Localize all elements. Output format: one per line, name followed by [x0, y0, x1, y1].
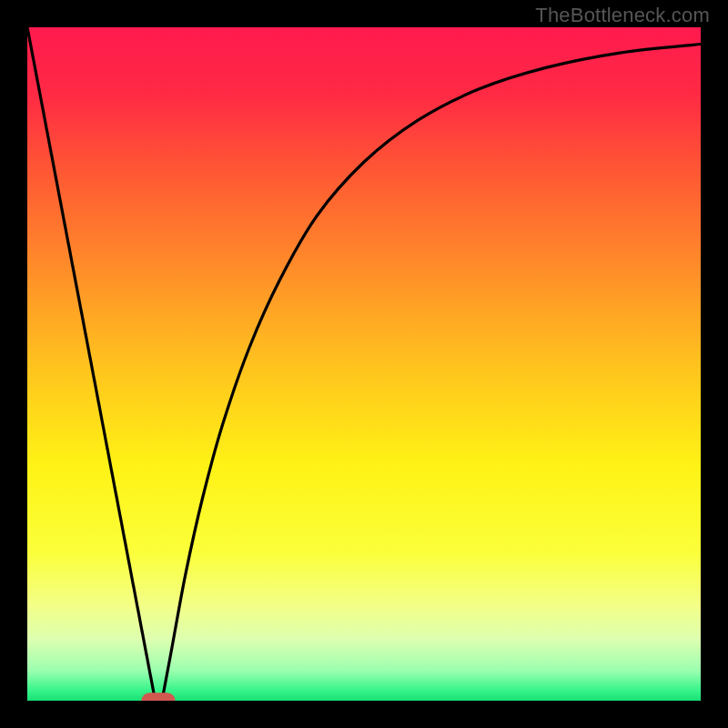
curve-layer: [27, 27, 701, 701]
curve-right-segment: [162, 45, 701, 702]
optimal-marker: [142, 693, 176, 701]
plot-area: [27, 27, 701, 701]
curve-left-segment: [27, 27, 156, 701]
watermark-text: TheBottleneck.com: [535, 4, 710, 27]
chart-frame: TheBottleneck.com: [0, 0, 728, 728]
